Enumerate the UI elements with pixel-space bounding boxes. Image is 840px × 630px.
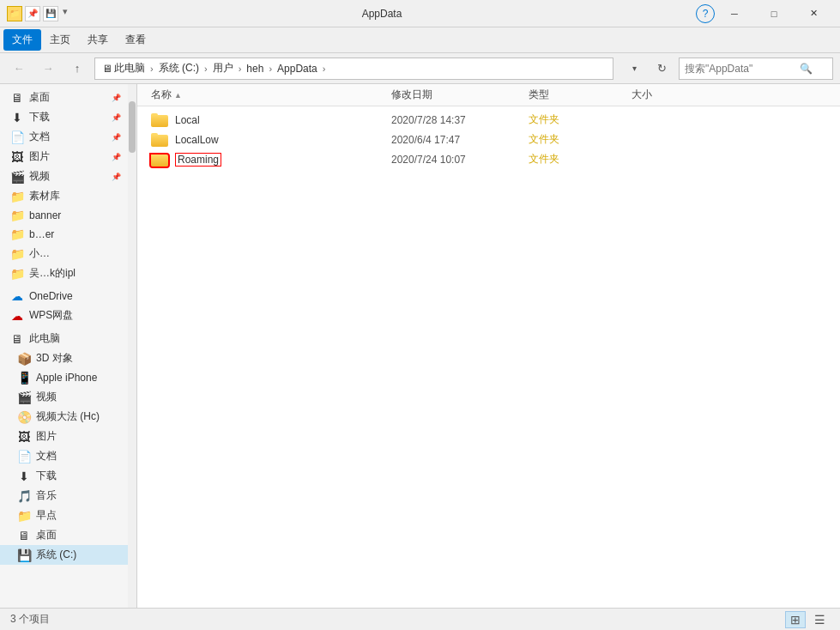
disk-icon: 📀 (17, 410, 31, 424)
file-name: Roaming (175, 153, 221, 167)
sidebar-item-docs2[interactable]: 📄 文档 (0, 446, 128, 466)
pin-icon[interactable]: 📌 (25, 6, 40, 21)
sidebar-item-label: 视频 (29, 169, 50, 184)
sidebar-item-iphone[interactable]: 📱 Apple iPhone (0, 368, 128, 387)
grid-view-button[interactable]: ⊞ (785, 611, 806, 628)
sidebar-item-label: 3D 对象 (36, 351, 73, 366)
file-date: 2020/6/4 17:47 (391, 134, 529, 146)
close-button[interactable]: ✕ (794, 0, 833, 27)
menu-bar: 文件 主页 共享 查看 (0, 27, 840, 53)
folder-icon[interactable]: 📁 (7, 6, 22, 21)
sidebar-item-label: 下载 (36, 469, 57, 483)
minimize-button[interactable]: ─ (715, 0, 754, 27)
save-icon[interactable]: 💾 (43, 6, 58, 21)
content-area: 名称 ▲ 修改日期 类型 大小 Local (137, 84, 840, 608)
sidebar-item-videodafa[interactable]: 📀 视频大法 (Hc) (0, 407, 128, 427)
folder-icon: 📁 (10, 267, 24, 281)
folder-icon: 📁 (10, 209, 24, 222)
file-type: 文件夹 (529, 152, 632, 167)
sidebar-item-desk2[interactable]: 🖥 桌面 (0, 525, 128, 545)
search-icon[interactable]: 🔍 (800, 63, 813, 75)
pin-indicator: 📌 (112, 133, 121, 142)
address-path[interactable]: 🖥 此电脑 › 系统 (C:) › 用户 › heh › AppData › (94, 58, 613, 80)
status-bar: 3 个项目 ⊞ ☰ (0, 608, 840, 630)
pictures-icon: 🖼 (10, 150, 24, 164)
item-count: 3 个项目 (10, 612, 50, 627)
col-header-type[interactable]: 类型 (529, 88, 632, 102)
forward-button[interactable]: → (36, 57, 60, 81)
sidebar-item-banner[interactable]: 📁 banner (0, 206, 128, 225)
sidebar-item-materials[interactable]: 📁 素材库 (0, 186, 128, 206)
address-bar: ← → ↑ 🖥 此电脑 › 系统 (C:) › 用户 › heh › AppDa… (0, 53, 840, 84)
pin-indicator: 📌 (112, 113, 121, 122)
sidebar-item-label: 桌面 (29, 90, 50, 105)
sidebar-item-desktop[interactable]: 🖥 桌面 📌 (0, 88, 128, 107)
sidebar-item-video2[interactable]: 🎬 视频 (0, 387, 128, 407)
sidebar-item-wu[interactable]: 📁 吴…k的ipl (0, 264, 128, 283)
sidebar-item-zaodian[interactable]: 📁 早点 (0, 506, 128, 525)
col-header-name[interactable]: 名称 ▲ (151, 88, 391, 102)
path-user[interactable]: heh (246, 63, 263, 75)
sidebar-item-thispc[interactable]: 🖥 此电脑 (0, 329, 128, 348)
file-list: Local 2020/7/28 14:37 文件夹 LocalLow 2020/… (137, 106, 840, 173)
sidebar-item-small[interactable]: 📁 小… (0, 244, 128, 264)
dropdown-path-button[interactable]: ▾ (622, 57, 646, 81)
sidebar-item-documents[interactable]: 📄 文档 📌 (0, 127, 128, 147)
dl-icon: ⬇ (17, 469, 31, 483)
path-appdata[interactable]: AppData (277, 63, 317, 75)
sidebar-item-pics2[interactable]: 🖼 图片 (0, 427, 128, 446)
iphone-icon: 📱 (17, 371, 31, 385)
scrollbar-thumb[interactable] (129, 101, 136, 153)
sidebar-item-downloads[interactable]: ⬇ 下载 📌 (0, 107, 128, 127)
path-users[interactable]: 用户 (213, 61, 233, 76)
help-button[interactable]: ? (696, 4, 715, 23)
search-input[interactable] (685, 63, 796, 75)
sidebar-item-videos[interactable]: 🎬 视频 📌 (0, 167, 128, 186)
file-row[interactable]: LocalLow 2020/6/4 17:47 文件夹 (137, 130, 840, 149)
col-header-size[interactable]: 大小 (632, 88, 700, 102)
refresh-button[interactable]: ↻ (650, 57, 674, 81)
path-drive[interactable]: 系统 (C:) (159, 61, 199, 76)
window-controls: ─ □ ✕ (715, 0, 833, 27)
sidebar-item-wps[interactable]: ☁ WPS网盘 (0, 306, 128, 325)
sidebar: 🖥 桌面 📌 ⬇ 下载 📌 📄 文档 📌 🖼 图片 📌 🎬 视频 (0, 84, 137, 608)
sidebar-scrollbar[interactable] (128, 84, 136, 608)
sidebar-item-3d[interactable]: 📦 3D 对象 (0, 348, 128, 368)
sidebar-item-label: OneDrive (29, 290, 73, 302)
menu-view[interactable]: 查看 (117, 29, 154, 51)
file-row-roaming[interactable]: Roaming 2020/7/24 10:07 文件夹 (137, 149, 840, 169)
file-row[interactable]: Local 2020/7/28 14:37 文件夹 (137, 110, 840, 130)
menu-file[interactable]: 文件 (3, 29, 41, 51)
maximize-button[interactable]: □ (754, 0, 794, 27)
col-header-date[interactable]: 修改日期 (391, 88, 529, 102)
sidebar-item-dl2[interactable]: ⬇ 下载 (0, 466, 128, 486)
folder-icon: 📁 (10, 227, 24, 241)
menu-share[interactable]: 共享 (79, 29, 117, 51)
sort-arrow: ▲ (174, 91, 182, 100)
file-type: 文件夹 (529, 132, 632, 147)
zaodian-icon: 📁 (17, 509, 31, 523)
sidebar-item-label: 早点 (36, 508, 57, 523)
title-bar: 📁 📌 💾 ▾ AppData ? ─ □ ✕ (0, 0, 840, 27)
file-name-cell: LocalLow (151, 133, 391, 147)
docs-icon: 📄 (17, 450, 31, 463)
path-computer[interactable]: 🖥 此电脑 (102, 61, 145, 76)
sidebar-item-pictures[interactable]: 🖼 图片 📌 (0, 147, 128, 167)
menu-home[interactable]: 主页 (41, 29, 79, 51)
sidebar-item-onedrive[interactable]: ☁ OneDrive (0, 287, 128, 306)
folder-icon-roaming (151, 153, 168, 167)
sidebar-item-drive-c[interactable]: 💾 系统 (C:) (0, 545, 128, 565)
sidebar-item-label: Apple iPhone (36, 372, 97, 384)
dropdown-arrow[interactable]: ▾ (63, 6, 68, 21)
sidebar-item-label: 系统 (C:) (36, 548, 76, 562)
wps-icon: ☁ (10, 309, 24, 323)
sidebar-item-music[interactable]: 🎵 音乐 (0, 486, 128, 506)
up-button[interactable]: ↑ (65, 57, 89, 81)
back-button[interactable]: ← (7, 57, 31, 81)
pin-indicator: 📌 (112, 173, 121, 181)
sidebar-item-label: 吴…k的ipl (29, 266, 76, 281)
sidebar-item-b[interactable]: 📁 b…er (0, 225, 128, 244)
search-box[interactable]: 🔍 (679, 58, 833, 80)
quick-access-toolbar: 📁 📌 💾 ▾ (7, 6, 68, 21)
list-view-button[interactable]: ☰ (809, 611, 830, 628)
